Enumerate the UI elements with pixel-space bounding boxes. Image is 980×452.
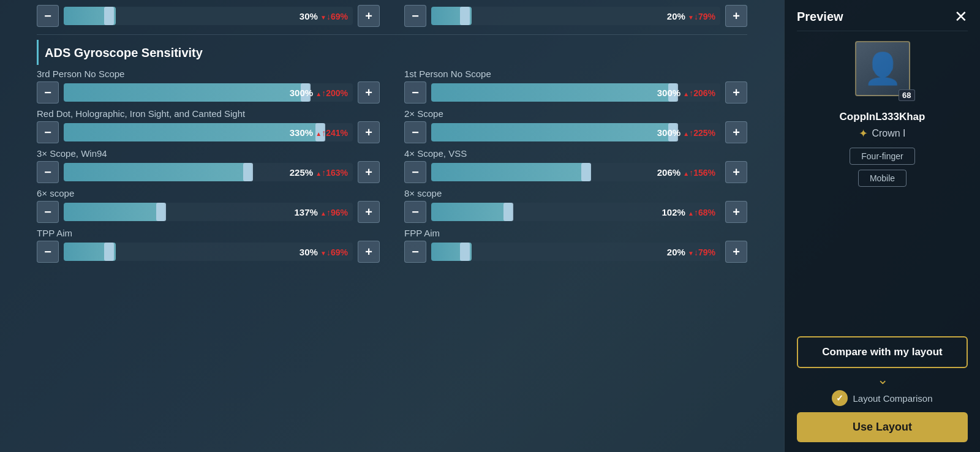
fpp-top-slider-track[interactable]: 20% ↓79% [431, 7, 720, 25]
compare-layout-button[interactable]: Compare with my layout [797, 336, 968, 368]
tpp-aim-diff: ↓69% [320, 247, 348, 257]
tpp-top-slider-thumb [104, 7, 114, 25]
fpp-aim-value: 20% ↓79% [667, 247, 715, 257]
close-button[interactable]: ✕ [954, 9, 968, 24]
1st-person-track[interactable]: 300% ↑206% [431, 83, 720, 102]
tpp-top-minus-btn[interactable]: − [37, 5, 59, 27]
3x-scope-plus[interactable]: + [358, 161, 380, 183]
4x-scope-row: 4× Scope, VSS − 206% ↑156% + [404, 148, 747, 183]
1st-person-value: 300% ↑206% [657, 88, 715, 98]
sensitivity-grid: 3rd Person No Scope − 300% ↑200% + 1st P… [37, 69, 747, 268]
4x-scope-label: 4× Scope, VSS [404, 148, 747, 159]
red-dot-row: Red Dot, Holographic, Iron Sight, and Ca… [37, 108, 380, 143]
check-circle-icon: ✓ [832, 390, 848, 406]
ads-section-title: ADS Gyroscope Sensitivity [45, 46, 203, 60]
8x-scope-thumb [503, 203, 513, 221]
8x-scope-value: 102% ↑68% [662, 207, 715, 217]
4x-scope-track[interactable]: 206% ↑156% [431, 163, 720, 181]
rank-text: Crown I [872, 128, 905, 139]
tpp-top-pct: 30% [300, 11, 318, 21]
8x-scope-track[interactable]: 102% ↑68% [431, 203, 720, 221]
2x-scope-row: 2× Scope − 300% ↑225% + [404, 108, 747, 143]
8x-scope-plus[interactable]: + [725, 201, 747, 223]
2x-scope-plus[interactable]: + [725, 121, 747, 143]
2x-scope-value: 300% ↑225% [657, 127, 715, 138]
2x-scope-slider-group: − 300% ↑225% + [404, 121, 747, 143]
rank-row: ✦ Crown I [859, 127, 905, 140]
4x-scope-diff: ↑156% [683, 168, 715, 178]
6x-scope-pct: 137% [295, 207, 318, 217]
tpp-top-slider-track[interactable]: 30% ↓69% [64, 7, 353, 25]
3x-scope-track[interactable]: 225% ↑163% [64, 163, 353, 181]
four-finger-tag[interactable]: Four-finger [850, 148, 914, 165]
fpp-top-minus-btn[interactable]: − [404, 5, 426, 27]
2x-scope-minus[interactable]: − [404, 121, 426, 143]
tpp-aim-minus[interactable]: − [37, 241, 59, 263]
tpp-aim-thumb [104, 243, 114, 261]
avatar-icon: 👤 [864, 51, 902, 86]
6x-scope-label: 6× scope [37, 188, 380, 198]
1st-person-plus[interactable]: + [725, 81, 747, 104]
1st-person-row: 1st Person No Scope − 300% ↑206% + [404, 69, 747, 104]
3x-scope-minus[interactable]: − [37, 161, 59, 183]
red-dot-plus[interactable]: + [358, 121, 380, 143]
use-layout-button[interactable]: Use Layout [797, 412, 968, 442]
3rd-person-slider-group: − 300% ↑200% + [37, 81, 380, 104]
4x-scope-value: 206% ↑156% [657, 167, 715, 178]
fpp-top-plus-btn[interactable]: + [725, 5, 747, 27]
6x-scope-fill [64, 203, 165, 221]
red-dot-track[interactable]: 330% ↑241% [64, 123, 353, 141]
6x-scope-track[interactable]: 137% ↑96% [64, 203, 353, 221]
8x-scope-fill [431, 203, 512, 221]
red-dot-pct: 330% [290, 127, 313, 138]
preview-title: Preview [797, 10, 843, 24]
tpp-aim-top-group: − 30% ↓69% + [37, 5, 380, 27]
8x-scope-label: 8× scope [404, 188, 747, 198]
red-dot-fill [64, 123, 324, 141]
3rd-person-value: 300% ↑200% [290, 88, 348, 98]
fpp-aim-label: FPP Aim [404, 228, 747, 238]
2x-scope-track[interactable]: 300% ↑225% [431, 123, 720, 141]
sidebar: Preview ✕ 👤 68 CoppInL333Khap ✦ Crown I … [784, 0, 980, 452]
3x-scope-value: 225% ↑163% [290, 167, 348, 178]
red-dot-minus[interactable]: − [37, 121, 59, 143]
6x-scope-minus[interactable]: − [37, 201, 59, 223]
mobile-tag[interactable]: Mobile [858, 170, 907, 187]
fpp-aim-diff: ↓79% [688, 247, 715, 257]
3rd-person-minus[interactable]: − [37, 81, 59, 104]
tpp-aim-track[interactable]: 30% ↓69% [64, 243, 353, 261]
username: CoppInL333Khap [840, 111, 925, 123]
top-sliders-row: − 30% ↓69% + − 20% ↓79% + [37, 0, 747, 35]
tpp-aim-row: TPP Aim − 30% ↓69% + [37, 228, 380, 263]
3rd-person-row: 3rd Person No Scope − 300% ↑200% + [37, 69, 380, 104]
6x-scope-row: 6× scope − 137% ↑96% + [37, 188, 380, 223]
4x-scope-plus[interactable]: + [725, 161, 747, 183]
4x-scope-minus[interactable]: − [404, 161, 426, 183]
3rd-person-track[interactable]: 300% ↑200% [64, 83, 353, 102]
3rd-person-pct: 300% [290, 88, 313, 98]
6x-scope-thumb [156, 203, 166, 221]
tpp-top-value: 30% ↓69% [300, 11, 348, 21]
8x-scope-minus[interactable]: − [404, 201, 426, 223]
3x-scope-fill [64, 163, 252, 181]
2x-scope-diff: ↑225% [683, 128, 715, 138]
fpp-aim-track[interactable]: 20% ↓79% [431, 243, 720, 261]
tpp-aim-plus[interactable]: + [358, 241, 380, 263]
tpp-aim-slider-group: − 30% ↓69% + [37, 241, 380, 263]
3rd-person-plus[interactable]: + [358, 81, 380, 104]
tpp-top-plus-btn[interactable]: + [358, 5, 380, 27]
6x-scope-plus[interactable]: + [358, 201, 380, 223]
fpp-aim-minus[interactable]: − [404, 241, 426, 263]
8x-scope-slider-group: − 102% ↑68% + [404, 201, 747, 223]
fpp-top-slider-thumb [460, 7, 470, 25]
avatar-badge: 68 [899, 89, 914, 101]
fpp-aim-row: FPP Aim − 20% ↓79% + [404, 228, 747, 263]
layout-comparison-row: ✓ Layout Comparison [832, 390, 932, 406]
4x-scope-slider-group: − 206% ↑156% + [404, 161, 747, 183]
3rd-person-fill [64, 83, 309, 102]
fpp-aim-plus[interactable]: + [725, 241, 747, 263]
6x-scope-diff: ↑96% [320, 208, 348, 217]
tpp-aim-label: TPP Aim [37, 228, 380, 238]
tpp-aim-value: 30% ↓69% [300, 247, 348, 257]
1st-person-minus[interactable]: − [404, 81, 426, 104]
